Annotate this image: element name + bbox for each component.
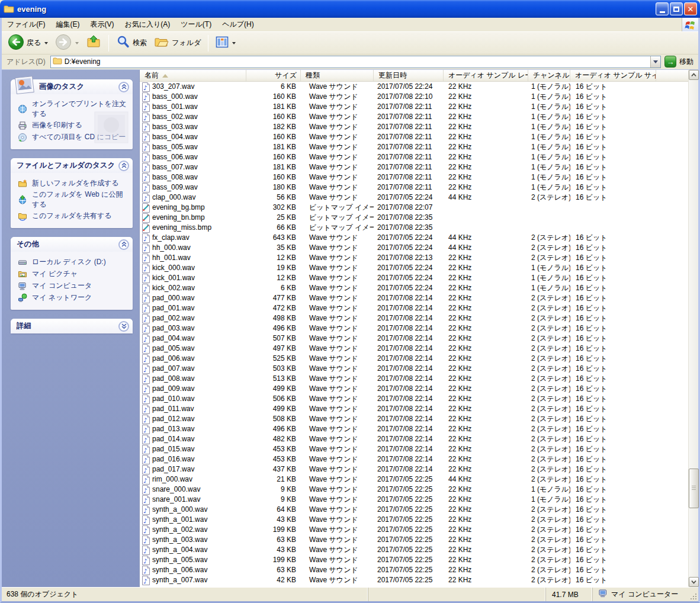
search-button[interactable]: 検索 <box>114 34 149 52</box>
file-row-bass_005.wav[interactable]: ♪bass_005.wav181 KBWave サウンド2017/07/08 2… <box>140 142 688 152</box>
file-row-bass_008.wav[interactable]: ♪bass_008.wav160 KBWave サウンド2017/07/08 2… <box>140 172 688 182</box>
file-row-pad_011.wav[interactable]: ♪pad_011.wav499 KBWave サウンド2017/07/08 22… <box>140 404 688 414</box>
file-row-pad_012.wav[interactable]: ♪pad_012.wav508 KBWave サウンド2017/07/08 22… <box>140 414 688 424</box>
folders-button[interactable]: フォルダ <box>152 34 203 52</box>
column-header-sample_rate[interactable]: オーディオ サンプル レート <box>444 70 528 81</box>
panel-header-other-places[interactable]: その他 <box>11 237 133 252</box>
menu-file[interactable]: ファイル(F) <box>2 17 50 32</box>
column-header-type[interactable]: 種類 <box>301 70 374 81</box>
file-row-synth_a_004.wav[interactable]: ♪synth_a_004.wav43 KBWave サウンド2017/07/05… <box>140 545 688 555</box>
file-row-evening_bn.bmp[interactable]: evening_bn.bmp25 KBビットマップ イメージ2017/07/08… <box>140 213 688 223</box>
views-dropdown-icon[interactable] <box>232 42 236 44</box>
file-row-pad_008.wav[interactable]: ♪pad_008.wav513 KBWave サウンド2017/07/08 22… <box>140 374 688 384</box>
file-row-pad_014.wav[interactable]: ♪pad_014.wav482 KBWave サウンド2017/07/08 22… <box>140 434 688 444</box>
go-button[interactable]: → <box>664 56 676 68</box>
views-button[interactable] <box>213 35 238 51</box>
file-row-pad_004.wav[interactable]: ♪pad_004.wav507 KBWave サウンド2017/07/08 22… <box>140 333 688 344</box>
address-dropdown-button[interactable] <box>650 56 660 68</box>
column-header-name[interactable]: 名前 <box>140 70 246 81</box>
menu-edit[interactable]: 編集(E) <box>50 17 85 32</box>
column-header-sample_size[interactable]: オーディオ サンプル サイズ <box>570 70 656 81</box>
file-row-snare_001.wav[interactable]: ♪snare_001.wav9 KBWave サウンド2017/07/05 22… <box>140 495 688 505</box>
menu-help[interactable]: ヘルプ(H) <box>217 17 259 32</box>
file-row-hh_001.wav[interactable]: ♪hh_001.wav12 KBWave サウンド2017/07/08 22:1… <box>140 253 688 263</box>
vertical-scrollbar[interactable] <box>688 70 698 587</box>
menu-favorites[interactable]: お気に入り(A) <box>119 17 175 32</box>
file-row-bass_007.wav[interactable]: ♪bass_007.wav181 KBWave サウンド2017/07/08 2… <box>140 162 688 172</box>
column-header-channels[interactable]: チャンネル <box>528 70 570 81</box>
task-publish-web[interactable]: このフォルダを Web に公開する <box>18 190 129 210</box>
file-row-kick_001.wav[interactable]: ♪kick_001.wav12 KBWave サウンド2017/07/05 22… <box>140 273 688 283</box>
panel-header-details[interactable]: 詳細 <box>11 319 133 333</box>
menu-view[interactable]: 表示(V) <box>85 17 119 32</box>
maximize-button[interactable] <box>670 2 683 15</box>
file-row-kick_000.wav[interactable]: ♪kick_000.wav19 KBWave サウンド2017/07/05 22… <box>140 263 688 273</box>
file-row-bass_001.wav[interactable]: ♪bass_001.wav181 KBWave サウンド2017/07/08 2… <box>140 102 688 112</box>
up-button[interactable] <box>84 33 104 53</box>
file-row-bass_006.wav[interactable]: ♪bass_006.wav160 KBWave サウンド2017/07/08 2… <box>140 152 688 162</box>
expand-chevron-icon[interactable] <box>118 321 129 332</box>
file-row-clap_000.wav[interactable]: ♪clap_000.wav56 KBWave サウンド2017/07/05 22… <box>140 193 688 203</box>
file-row-pad_002.wav[interactable]: ♪pad_002.wav498 KBWave サウンド2017/07/08 22… <box>140 313 688 323</box>
resize-grip[interactable] <box>689 592 698 601</box>
forward-button[interactable] <box>53 33 81 53</box>
file-row-pad_003.wav[interactable]: ♪pad_003.wav496 KBWave サウンド2017/07/08 22… <box>140 323 688 333</box>
file-row-bass_000.wav[interactable]: ♪bass_000.wav160 KBWave サウンド2017/07/08 2… <box>140 92 688 102</box>
file-row-pad_006.wav[interactable]: ♪pad_006.wav525 KBWave サウンド2017/07/08 22… <box>140 354 688 364</box>
scroll-down-button[interactable] <box>689 577 699 587</box>
minimize-button[interactable] <box>656 2 669 15</box>
task-share-folder[interactable]: このフォルダを共有する <box>18 210 129 222</box>
panel-header-picture-tasks[interactable]: 画像のタスク <box>11 79 133 94</box>
file-row-pad_005.wav[interactable]: ♪pad_005.wav497 KBWave サウンド2017/07/08 22… <box>140 344 688 354</box>
task-computer[interactable]: マイ コンピュータ <box>18 280 129 291</box>
file-row-synth_a_001.wav[interactable]: ♪synth_a_001.wav43 KBWave サウンド2017/07/05… <box>140 515 688 525</box>
file-row-evening_bg.bmp[interactable]: evening_bg.bmp302 KBビットマップ イメージ2017/07/0… <box>140 203 688 213</box>
file-row-synth_a_002.wav[interactable]: ♪synth_a_002.wav199 KBWave サウンド2017/07/0… <box>140 525 688 535</box>
column-header-modified[interactable]: 更新日時 <box>374 70 444 81</box>
task-printer[interactable]: 画像を印刷する <box>18 120 129 131</box>
file-row-snare_000.wav[interactable]: ♪snare_000.wav9 KBWave サウンド2017/07/05 22… <box>140 485 688 495</box>
address-input[interactable]: D:¥evening <box>50 56 661 68</box>
file-row-pad_000.wav[interactable]: ♪pad_000.wav477 KBWave サウンド2017/07/08 22… <box>140 293 688 303</box>
file-row-fx_clap.wav[interactable]: ♪fx_clap.wav643 KBWave サウンド2017/07/05 22… <box>140 233 688 243</box>
scrollbar-thumb[interactable] <box>689 469 699 508</box>
task-disk[interactable]: ローカル ディスク (D:) <box>18 256 129 268</box>
menu-tools[interactable]: ツール(T) <box>175 17 217 32</box>
close-button[interactable]: ✕ <box>684 2 697 15</box>
file-row-kick_002.wav[interactable]: ♪kick_002.wav6 KBWave サウンド2017/07/05 22:… <box>140 283 688 293</box>
file-row-bass_009.wav[interactable]: ♪bass_009.wav180 KBWave サウンド2017/07/08 2… <box>140 182 688 193</box>
column-header-size[interactable]: サイズ <box>246 70 301 81</box>
scroll-up-button[interactable] <box>689 70 699 80</box>
task-cd-copy[interactable]: すべての項目を CD にコピー <box>18 131 129 143</box>
forward-dropdown-icon[interactable] <box>75 42 79 44</box>
file-row-pad_009.wav[interactable]: ♪pad_009.wav499 KBWave サウンド2017/07/08 22… <box>140 384 688 394</box>
file-row-synth_a_005.wav[interactable]: ♪synth_a_005.wav199 KBWave サウンド2017/07/0… <box>140 555 688 565</box>
back-dropdown-icon[interactable] <box>44 42 48 44</box>
task-new-folder[interactable]: 新しいフォルダを作成する <box>18 178 129 189</box>
titlebar[interactable]: evening ✕ <box>0 0 700 18</box>
panel-header-file-folder-tasks[interactable]: ファイルとフォルダのタスク <box>11 158 133 173</box>
file-row-rim_000.wav[interactable]: ♪rim_000.wav21 KBWave サウンド2017/07/05 22:… <box>140 474 688 485</box>
file-row-hh_000.wav[interactable]: ♪hh_000.wav35 KBWave サウンド2017/07/05 22:2… <box>140 243 688 253</box>
file-row-pad_013.wav[interactable]: ♪pad_013.wav496 KBWave サウンド2017/07/08 22… <box>140 424 688 434</box>
collapse-chevron-icon[interactable] <box>118 239 129 250</box>
file-row-pad_007.wav[interactable]: ♪pad_007.wav503 KBWave サウンド2017/07/08 22… <box>140 364 688 374</box>
file-row-303_207.wav[interactable]: ♪303_207.wav6 KBWave サウンド2017/07/05 22:2… <box>140 82 688 92</box>
file-row-synth_a_007.wav[interactable]: ♪synth_a_007.wav42 KBWave サウンド2017/07/05… <box>140 575 688 585</box>
collapse-chevron-icon[interactable] <box>118 82 129 92</box>
file-row-pad_015.wav[interactable]: ♪pad_015.wav453 KBWave サウンド2017/07/08 22… <box>140 444 688 454</box>
file-row-bass_002.wav[interactable]: ♪bass_002.wav160 KBWave サウンド2017/07/08 2… <box>140 112 688 122</box>
file-row-evening_miss.bmp[interactable]: evening_miss.bmp66 KBビットマップ イメージ2017/07/… <box>140 223 688 233</box>
file-row-bass_003.wav[interactable]: ♪bass_003.wav182 KBWave サウンド2017/07/08 2… <box>140 122 688 132</box>
task-network[interactable]: マイ ネットワーク <box>18 292 129 303</box>
file-row-synth_a_006.wav[interactable]: ♪synth_a_006.wav63 KBWave サウンド2017/07/05… <box>140 565 688 575</box>
task-pictures[interactable]: マイ ピクチャ <box>18 268 129 280</box>
back-button[interactable]: 戻る <box>5 33 50 53</box>
file-row-synth_a_003.wav[interactable]: ♪synth_a_003.wav63 KBWave サウンド2017/07/05… <box>140 535 688 545</box>
task-print-order[interactable]: オンラインでプリントを注文する <box>18 99 129 119</box>
file-row-pad_016.wav[interactable]: ♪pad_016.wav453 KBWave サウンド2017/07/08 22… <box>140 454 688 464</box>
collapse-chevron-icon[interactable] <box>118 161 129 171</box>
file-row-synth_a_000.wav[interactable]: ♪synth_a_000.wav64 KBWave サウンド2017/07/05… <box>140 505 688 515</box>
file-row-pad_017.wav[interactable]: ♪pad_017.wav437 KBWave サウンド2017/07/08 22… <box>140 464 688 474</box>
file-row-pad_010.wav[interactable]: ♪pad_010.wav506 KBWave サウンド2017/07/08 22… <box>140 394 688 404</box>
